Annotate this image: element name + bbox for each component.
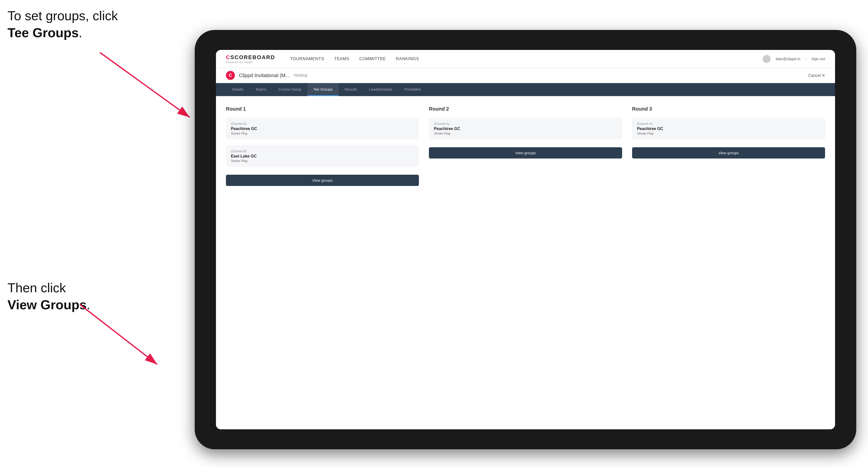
user-avatar [763, 55, 771, 63]
svg-line-3 [80, 305, 157, 365]
round-1-course-a-card: (Course A) Peachtree GC Stroke Play [226, 118, 419, 139]
tab-bar: Details Teams Course Setup Tee Groups Re… [216, 83, 835, 96]
instruction-line1: To set groups, click [7, 8, 118, 23]
tablet-shell: CSCOREBOARD Powered by clippit TOURNAMEN… [195, 30, 856, 449]
nav-tournaments[interactable]: TOURNAMENTS [290, 56, 324, 61]
tab-teams[interactable]: Teams [249, 83, 272, 96]
instruction-view-groups: View Groups [7, 298, 87, 312]
logo-scoreboard: SCOREBOARD [230, 54, 275, 60]
logo-text: CSCOREBOARD [226, 54, 275, 61]
nav-rankings[interactable]: RANKINGS [396, 56, 419, 61]
sub-header: C Clippd Invitational (M... Hosting Canc… [216, 68, 835, 83]
user-email: blair@clippd.io [776, 57, 800, 61]
round-1-course-a-name: Peachtree GC [231, 127, 414, 131]
round-1-title: Round 1 [226, 106, 419, 112]
tab-details[interactable]: Details [226, 83, 249, 96]
instruction-bottom: Then click View Groups. [7, 280, 90, 313]
instruction-period1: . [79, 26, 82, 40]
round-3-course-a-name: Peachtree GC [637, 127, 820, 131]
app-icon: C [226, 71, 235, 80]
nav-committee[interactable]: COMMITTEE [359, 56, 386, 61]
arrow-top [92, 45, 205, 125]
sub-header-left: C Clippd Invitational (M... Hosting [226, 71, 307, 80]
round-2-title: Round 2 [429, 106, 622, 112]
round-2-course-a-card: (Course A) Peachtree GC Stroke Play [429, 118, 622, 139]
round-3-course-a-card: (Course A) Peachtree GC Stroke Play [632, 118, 825, 139]
rounds-grid: Round 1 (Course A) Peachtree GC Stroke P… [226, 106, 825, 186]
round-1-course-a-label: (Course A) [231, 122, 414, 126]
event-title: Clippd Invitational (M... [239, 73, 289, 79]
top-nav: CSCOREBOARD Powered by clippit TOURNAMEN… [216, 50, 835, 68]
round-3-column: Round 3 (Course A) Peachtree GC Stroke P… [632, 106, 825, 186]
round-1-course-b-label: (Course B) [231, 149, 414, 153]
round-3-view-groups-button[interactable]: View groups [632, 147, 825, 158]
logo-sub: Powered by clippit [226, 61, 253, 64]
hosting-label: Hosting [293, 73, 307, 77]
sign-out-link[interactable]: Sign out [811, 57, 825, 61]
logo-area: CSCOREBOARD Powered by clippit [226, 54, 275, 64]
nav-right: blair@clippd.io | Sign out [763, 55, 825, 63]
tab-tee-groups[interactable]: Tee Groups [307, 83, 339, 96]
tab-printables[interactable]: Printables [398, 83, 427, 96]
tablet-screen: CSCOREBOARD Powered by clippit TOURNAMEN… [216, 50, 835, 429]
round-1-course-b-name: East Lake GC [231, 154, 414, 158]
round-1-course-b-format: Stroke Play [231, 159, 414, 163]
svg-line-1 [100, 53, 190, 117]
logo-c-letter: C [226, 54, 230, 60]
round-1-column: Round 1 (Course A) Peachtree GC Stroke P… [226, 106, 419, 186]
main-content: Round 1 (Course A) Peachtree GC Stroke P… [216, 96, 835, 429]
instruction-tee-groups: Tee Groups [7, 26, 79, 40]
nav-links: TOURNAMENTS TEAMS COMMITTEE RANKINGS [290, 56, 419, 61]
instruction-period2: . [87, 298, 90, 312]
round-1-course-a-format: Stroke Play [231, 131, 414, 135]
round-3-course-a-label: (Course A) [637, 122, 820, 126]
round-2-column: Round 2 (Course A) Peachtree GC Stroke P… [429, 106, 622, 186]
round-2-view-groups-button[interactable]: View groups [429, 147, 622, 158]
tab-course-setup[interactable]: Course Setup [272, 83, 307, 96]
tab-results[interactable]: Results [339, 83, 363, 96]
round-2-course-a-format: Stroke Play [434, 131, 617, 135]
instruction-line3: Then click [7, 281, 66, 295]
round-2-course-a-label: (Course A) [434, 122, 617, 126]
cancel-button[interactable]: Cancel ✕ [808, 73, 825, 78]
tab-leaderboards[interactable]: Leaderboards [363, 83, 398, 96]
instruction-top: To set groups, click Tee Groups. [7, 7, 118, 41]
nav-teams[interactable]: TEAMS [334, 56, 349, 61]
round-3-title: Round 3 [632, 106, 825, 112]
nav-left: CSCOREBOARD Powered by clippit TOURNAMEN… [226, 54, 419, 64]
round-1-view-groups-button[interactable]: View groups [226, 175, 419, 186]
round-3-course-a-format: Stroke Play [637, 131, 820, 135]
round-2-course-a-name: Peachtree GC [434, 127, 617, 131]
round-1-course-b-card: (Course B) East Lake GC Stroke Play [226, 145, 419, 167]
